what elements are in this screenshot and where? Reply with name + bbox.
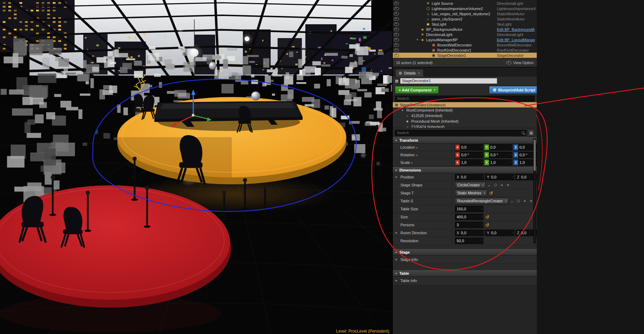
property-matrix-toggle-button[interactable]: ▦	[528, 129, 535, 136]
visibility-eye-icon[interactable]	[393, 23, 400, 26]
property-label: Persons	[400, 223, 414, 227]
persons-field[interactable]: 3	[455, 222, 483, 228]
directional-light-icon: ☀	[425, 1, 431, 5]
reset-to-default-icon[interactable]: ↺	[485, 222, 489, 228]
outliner-row-light-source[interactable]: ☀ Light Source DirectionalLight	[393, 1, 537, 6]
stage-shape-dropdown[interactable]: CircleCreator	[455, 182, 486, 188]
chevron-down-icon: ▾	[434, 89, 435, 91]
visibility-eye-icon[interactable]	[393, 28, 400, 31]
clear-icon[interactable]: ×	[506, 183, 511, 188]
outliner-row-boxeswall[interactable]: ▣ BoxesWallDecorator BoxesWallDecorator	[393, 42, 537, 47]
property-row-room-direction: ▶Room Direction X0,0 Y0,0 Z0,0	[393, 229, 537, 237]
outliner-row-skylight[interactable]: ◉ SkyLight SkyLight	[393, 21, 537, 27]
visibility-eye-icon[interactable]	[393, 38, 400, 42]
browse-icon[interactable]	[493, 183, 498, 188]
visibility-eye-icon[interactable]	[393, 43, 400, 47]
component-412520[interactable]: ⌂ 412520 (Inherited)	[393, 113, 537, 118]
property-row-rotation: Rotation X0,0 ° Y0,0 ° Z0,0 °	[393, 151, 537, 159]
location-x-field[interactable]: X0,0	[455, 144, 483, 150]
rotation-y-field[interactable]: Y0,0 °	[484, 152, 512, 158]
property-row-scale: Scale X1,0 Y1,0 Z1,0	[393, 159, 537, 166]
scale-x-field[interactable]: X1,0	[455, 159, 483, 166]
outliner-row-pano-citysquare[interactable]: ⌂ pano_citySquare2 StaticMeshActor	[393, 16, 537, 21]
outliner-row-stagedecorator-selected[interactable]: ▣ StageDecorator1 StageDecorator	[393, 53, 537, 58]
size-field[interactable]: 400,0	[455, 214, 483, 220]
section-header-table[interactable]: ▼ Table	[393, 270, 537, 276]
expander-icon[interactable]: ▶	[396, 279, 397, 282]
visibility-eye-icon[interactable]	[393, 17, 400, 21]
actor-name-row: ▦	[393, 77, 537, 85]
clear-icon[interactable]: ×	[528, 199, 534, 204]
outliner-row-bp-background[interactable]: ◈ BP_BackgroundActor Edit BP_BackgroundA	[393, 27, 537, 32]
property-row-table-info[interactable]: ▶ Table Info	[393, 276, 537, 285]
use-selected-icon[interactable]: ←	[510, 199, 515, 204]
table-size-field[interactable]: 150,0	[455, 206, 483, 212]
component-search-input[interactable]	[395, 96, 535, 102]
browse-icon[interactable]	[516, 199, 521, 204]
details-scrollbar[interactable]	[533, 139, 536, 243]
actor-name-field[interactable]	[400, 78, 497, 84]
visibility-eye-icon[interactable]	[393, 49, 400, 52]
outliner-row-skydome[interactable]: ⌂ Las_vegas_old_flipped_skydome2 StaticM…	[393, 11, 537, 16]
component-instance-header[interactable]: ▦ StageDecorator1(Instance)	[393, 102, 537, 107]
room-direction-x-field[interactable]: X0,0	[455, 230, 484, 236]
position-y-field[interactable]: Y0,0	[485, 174, 514, 180]
scale-y-field[interactable]: Y1,0	[484, 159, 512, 166]
section-header-transform[interactable]: ▼ Transform	[393, 137, 537, 143]
property-label: Size	[400, 215, 408, 219]
section-expand-icon: ▼	[395, 169, 397, 172]
component-2105424[interactable]: ⌂ 2105424 (Inherited)	[393, 124, 537, 128]
reset-to-default-icon[interactable]: ↺	[489, 191, 493, 196]
position-x-field[interactable]: X0,0	[455, 174, 484, 180]
chevron-down-icon[interactable]	[416, 153, 417, 157]
expander-icon[interactable]: ▶	[396, 176, 397, 178]
outliner-row-roofgrid[interactable]: ▣ RoofGridDecorator1 RoofGridDecorator	[393, 47, 537, 53]
blueprint-add-script-button[interactable]: ⚙ Blueprint/Add Script	[489, 86, 537, 94]
chevron-down-icon[interactable]	[412, 160, 413, 165]
room-direction-y-field[interactable]: Y0,0	[485, 230, 514, 236]
chrome-sphere	[209, 62, 217, 70]
visibility-eye-icon[interactable]	[393, 7, 400, 10]
property-row-table-s: Table S RoundedRectangleCreator ← + ×	[393, 197, 537, 205]
stage-t-dropdown[interactable]: Static Meshes	[455, 190, 487, 196]
use-selected-icon[interactable]: ←	[487, 183, 492, 188]
world-outliner: ☀ Light Source DirectionalLight ▢ Lightm…	[393, 0, 537, 67]
3d-viewport[interactable]: Level: ProcLevel (Persistent)	[0, 0, 392, 334]
static-mesh-icon: ⌂	[425, 17, 431, 21]
add-icon[interactable]: +	[522, 199, 527, 204]
cube-icon: ▦	[395, 103, 398, 107]
add-component-button[interactable]: + Add Component ▾	[395, 86, 439, 94]
view-options-button[interactable]: View Option	[506, 61, 534, 65]
visibility-eye-icon[interactable]	[393, 54, 400, 57]
resolution-field[interactable]: 50,0	[455, 238, 483, 244]
property-search-input[interactable]	[395, 130, 526, 136]
scrollbar-thumb[interactable]	[534, 140, 536, 171]
outliner-row-layoutmanager[interactable]: ▼ ◈ LayoutManagerBP Edit BP_LayoutManag	[393, 37, 537, 42]
section-header-dimensions[interactable]: ▼ Dimensions	[393, 167, 537, 173]
component-procedural-mesh[interactable]: ◆ Procedural Mesh (Inherited)	[393, 118, 537, 124]
visibility-eye-icon[interactable]	[393, 2, 400, 5]
visibility-eye-icon[interactable]	[393, 12, 400, 16]
static-mesh-icon: ⌂	[405, 114, 409, 117]
edit-blueprint-link[interactable]: Edit BP_BackgroundA	[497, 27, 536, 32]
rotation-x-field[interactable]: X0,0 °	[455, 152, 483, 158]
property-search-row: ▦	[393, 128, 537, 137]
section-header-stage[interactable]: ▼ Stage	[393, 249, 537, 255]
location-y-field[interactable]: Y0,0	[484, 144, 512, 150]
outliner-row-lightmass-volume[interactable]: ▢ LightmassImportanceVolume2 LightmassIm…	[393, 6, 537, 11]
property-row-stage-info[interactable]: ▶ Stage Info	[393, 255, 537, 264]
expander-icon[interactable]: ▶	[396, 258, 397, 261]
visibility-eye-icon[interactable]	[393, 33, 400, 36]
expand-arrow-icon[interactable]: ▼	[415, 38, 420, 41]
expander-icon[interactable]: ▶	[396, 231, 397, 234]
chevron-down-icon[interactable]	[416, 145, 418, 149]
table-s-dropdown[interactable]: RoundedRectangleCreator	[455, 198, 509, 204]
procedural-mesh-icon: ◆	[405, 120, 409, 123]
add-icon[interactable]: +	[499, 183, 505, 188]
edit-blueprint-link[interactable]: Edit BP_LayoutManag	[497, 38, 536, 42]
close-icon[interactable]: ×	[418, 71, 420, 75]
outliner-row-directional-light[interactable]: ☀ DirectionalLight DirectionalLight	[393, 32, 537, 37]
tab-details[interactable]: ▦ Details ×	[395, 69, 424, 77]
component-rootcomponent[interactable]: ● RootComponent (Inherited)	[393, 107, 537, 113]
reset-to-default-icon[interactable]: ↺	[485, 214, 489, 220]
